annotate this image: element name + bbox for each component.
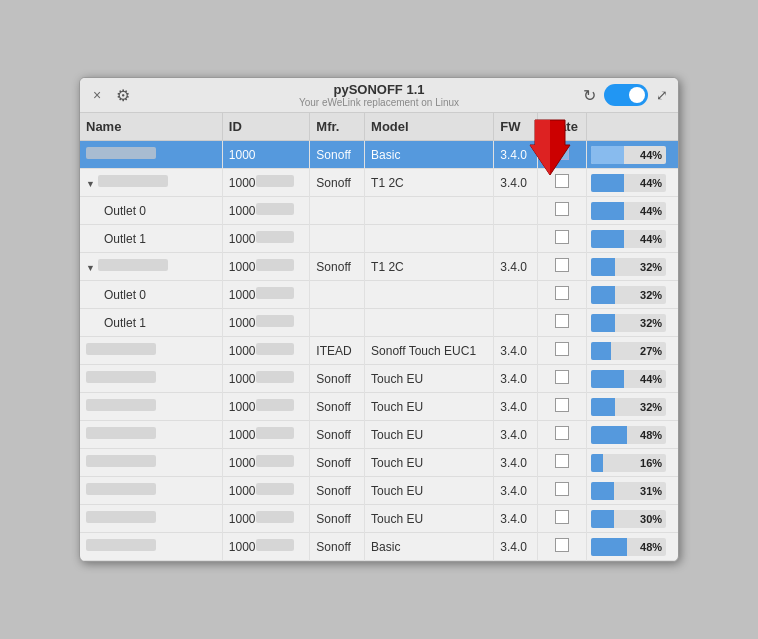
state-checkbox[interactable] xyxy=(555,538,569,552)
cell-name: Outlet 1 xyxy=(80,225,222,253)
app-window: × ⚙ pySONOFF 1.1 Your eWeLink replacemen… xyxy=(79,77,679,562)
cell-state[interactable] xyxy=(538,337,587,365)
cell-fw: 3.4.0 xyxy=(494,365,538,393)
cell-bar: 44% xyxy=(587,141,678,169)
table-row[interactable]: Outlet 1100044% xyxy=(80,225,678,253)
state-checkbox[interactable] xyxy=(555,370,569,384)
blurred-id xyxy=(256,343,294,355)
state-checkbox[interactable] xyxy=(555,482,569,496)
state-checkbox[interactable] xyxy=(555,342,569,356)
cell-state[interactable] xyxy=(538,169,587,197)
cell-name xyxy=(80,141,222,169)
cell-name xyxy=(80,449,222,477)
cell-id: 1000 xyxy=(222,225,310,253)
cell-mfr xyxy=(310,281,365,309)
cell-state[interactable] xyxy=(538,533,587,561)
cell-bar: 44% xyxy=(587,225,678,253)
table-row[interactable]: 1000SonoffBasic3.4.044% xyxy=(80,141,678,169)
cell-fw: 3.4.0 xyxy=(494,477,538,505)
progress-bar-label: 44% xyxy=(640,205,662,217)
table-row[interactable]: 1000SonoffTouch EU3.4.016% xyxy=(80,449,678,477)
cell-fw: 3.4.0 xyxy=(494,421,538,449)
cell-mfr: Sonoff xyxy=(310,393,365,421)
cell-state[interactable] xyxy=(538,225,587,253)
table-row[interactable]: Outlet 0100032% xyxy=(80,281,678,309)
progress-bar: 31% xyxy=(591,482,666,500)
cell-state[interactable] xyxy=(538,197,587,225)
state-checkbox[interactable] xyxy=(555,230,569,244)
blurred-id xyxy=(256,539,294,551)
state-checkbox[interactable] xyxy=(555,314,569,328)
cell-state[interactable] xyxy=(538,449,587,477)
table-row[interactable]: 1000SonoffTouch EU3.4.032% xyxy=(80,393,678,421)
progress-bar-label: 32% xyxy=(640,401,662,413)
table-row[interactable]: ▼1000SonoffT1 2C3.4.044% xyxy=(80,169,678,197)
progress-bar-fill xyxy=(591,342,611,360)
progress-bar: 48% xyxy=(591,426,666,444)
progress-bar-label: 48% xyxy=(640,541,662,553)
table-row[interactable]: 1000SonoffTouch EU3.4.031% xyxy=(80,477,678,505)
cell-state[interactable] xyxy=(538,477,587,505)
cell-fw: 3.4.0 xyxy=(494,505,538,533)
table-row[interactable]: ▼1000SonoffT1 2C3.4.032% xyxy=(80,253,678,281)
device-id-prefix: 1000 xyxy=(229,288,256,302)
cell-bar: 27% xyxy=(587,337,678,365)
cell-state[interactable] xyxy=(538,281,587,309)
state-checkbox[interactable] xyxy=(555,146,569,160)
state-checkbox[interactable] xyxy=(555,510,569,524)
cell-state[interactable] xyxy=(538,365,587,393)
state-checkbox[interactable] xyxy=(555,426,569,440)
state-checkbox[interactable] xyxy=(555,454,569,468)
refresh-button[interactable]: ↻ xyxy=(583,86,596,105)
cell-fw xyxy=(494,309,538,337)
state-checkbox[interactable] xyxy=(555,174,569,188)
device-name: Outlet 1 xyxy=(104,316,146,330)
device-id-prefix: 1000 xyxy=(229,372,256,386)
device-table: Name ID Mfr. Model FW State 1000SonoffBa… xyxy=(80,113,678,561)
table-row[interactable]: Outlet 1100032% xyxy=(80,309,678,337)
cell-name xyxy=(80,337,222,365)
state-checkbox[interactable] xyxy=(555,258,569,272)
cell-bar: 31% xyxy=(587,477,678,505)
blurred-id xyxy=(256,287,294,299)
close-button[interactable]: × xyxy=(90,88,104,102)
settings-button[interactable]: ⚙ xyxy=(114,86,132,104)
cell-state[interactable] xyxy=(538,505,587,533)
table-row[interactable]: 1000ITEADSonoff Touch EUC13.4.027% xyxy=(80,337,678,365)
table-row[interactable]: 1000SonoffTouch EU3.4.044% xyxy=(80,365,678,393)
header-model: Model xyxy=(365,113,494,141)
cell-id: 1000 xyxy=(222,253,310,281)
cell-bar: 32% xyxy=(587,309,678,337)
cell-model: Touch EU xyxy=(365,421,494,449)
blurred-id xyxy=(256,427,294,439)
cell-state[interactable] xyxy=(538,309,587,337)
cell-mfr xyxy=(310,309,365,337)
cell-state[interactable] xyxy=(538,253,587,281)
cell-state[interactable] xyxy=(538,421,587,449)
titlebar-center: pySONOFF 1.1 Your eWeLink replacement on… xyxy=(299,82,459,108)
cell-bar: 16% xyxy=(587,449,678,477)
progress-bar-label: 32% xyxy=(640,317,662,329)
cell-state[interactable] xyxy=(538,141,587,169)
state-checkbox[interactable] xyxy=(555,398,569,412)
state-checkbox[interactable] xyxy=(555,286,569,300)
blurred-name xyxy=(86,455,156,467)
cell-fw: 3.4.0 xyxy=(494,337,538,365)
progress-bar: 44% xyxy=(591,202,666,220)
expand-arrow[interactable]: ▼ xyxy=(86,263,95,273)
expand-arrow[interactable]: ▼ xyxy=(86,179,95,189)
expand-button[interactable]: ⤢ xyxy=(656,87,668,103)
table-row[interactable]: 1000SonoffBasic3.4.048% xyxy=(80,533,678,561)
state-checkbox[interactable] xyxy=(555,202,569,216)
table-row[interactable]: 1000SonoffTouch EU3.4.030% xyxy=(80,505,678,533)
power-toggle[interactable] xyxy=(604,84,648,106)
cell-name: Outlet 0 xyxy=(80,281,222,309)
table-row[interactable]: 1000SonoffTouch EU3.4.048% xyxy=(80,421,678,449)
table-row[interactable]: Outlet 0100044% xyxy=(80,197,678,225)
cell-bar: 30% xyxy=(587,505,678,533)
progress-bar: 44% xyxy=(591,230,666,248)
blurred-id xyxy=(256,511,294,523)
cell-state[interactable] xyxy=(538,393,587,421)
cell-model: Touch EU xyxy=(365,365,494,393)
cell-model xyxy=(365,281,494,309)
